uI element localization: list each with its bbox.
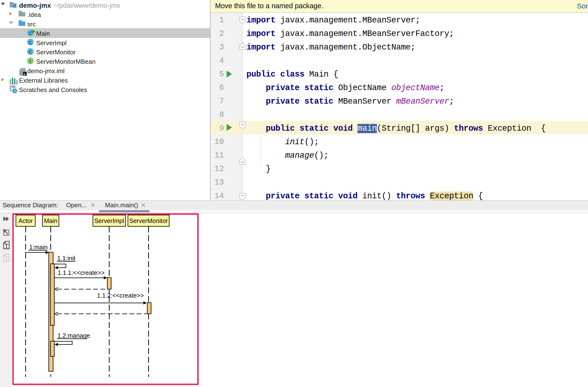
svg-text:C: C — [28, 40, 32, 45]
svg-text:1.1.2:<<create>>: 1.1.2:<<create>> — [97, 292, 144, 299]
svg-text:I: I — [30, 58, 31, 64]
svg-text:ServerImpl: ServerImpl — [94, 217, 124, 224]
svg-text:C: C — [28, 49, 32, 55]
svg-text:1.1:init: 1.1:init — [57, 255, 75, 262]
svg-text:1.2:manage: 1.2:manage — [58, 332, 90, 339]
svg-text:1.1.1:<<create>>: 1.1.1:<<create>> — [58, 269, 105, 276]
svg-text:Actor: Actor — [18, 217, 33, 224]
svg-text:Main: Main — [44, 217, 57, 224]
svg-text:1:main: 1:main — [29, 244, 48, 250]
svg-text:ServerMonitor: ServerMonitor — [129, 217, 168, 224]
